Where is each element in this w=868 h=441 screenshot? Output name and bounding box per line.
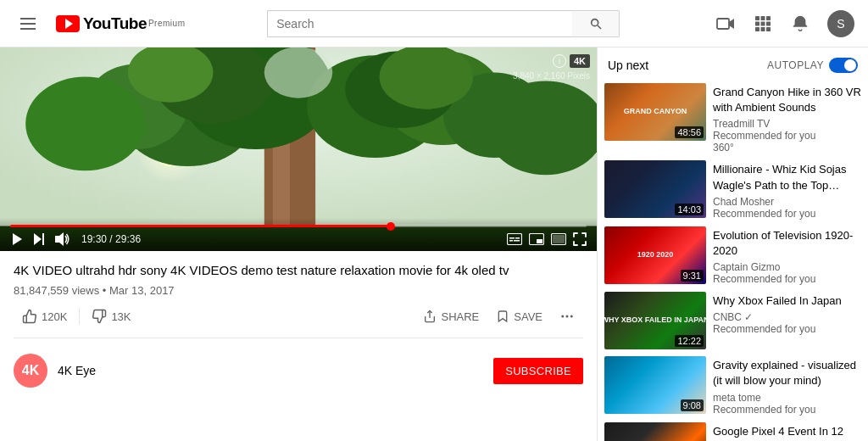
time-display: 19:30 / 29:36 xyxy=(81,233,141,245)
svg-rect-43 xyxy=(537,239,542,243)
sidebar: Up next AUTOPLAY GRAND CANYON 48:56 Gran… xyxy=(597,47,868,441)
item-title: Gravity explained - visualized (it will … xyxy=(713,358,861,388)
channel-name[interactable]: 4K Eye xyxy=(58,364,96,377)
sidebar-item[interactable]: GRAND CANYON 48:56 Grand Canyon Hike in … xyxy=(598,80,868,157)
svg-marker-33 xyxy=(13,233,22,245)
svg-rect-9 xyxy=(755,27,760,31)
apps-icon[interactable] xyxy=(753,14,773,34)
main: i 4K 3,840 × 2,160 Pixels xyxy=(0,47,868,441)
search-input[interactable] xyxy=(267,10,572,37)
sidebar-item[interactable]: PIXEL 4 EVENT 12:27 Google Pixel 4 Event… xyxy=(598,419,868,442)
thumbnail-svg: PIXEL 4 EVENT xyxy=(604,422,706,442)
svg-rect-6 xyxy=(755,21,760,25)
channel-row: 4K 4K Eye SUBSCRIBE xyxy=(0,345,597,388)
video-badges: i 4K xyxy=(553,54,590,68)
like-count: 120K xyxy=(42,310,67,323)
channel-avatar[interactable]: 4K xyxy=(14,354,47,388)
upload-date: Mar 13, 2017 xyxy=(109,284,175,297)
resolution-text: 3,840 × 2,160 Pixels xyxy=(513,71,590,81)
thumbnail-wrap: 1920 2020 9:31 xyxy=(604,226,706,284)
video-title: 4K VIDEO ultrahd hdr sony 4K VIDEOS demo… xyxy=(14,261,583,279)
svg-point-48 xyxy=(566,315,569,318)
item-info: Gravity explained - visualized (it will … xyxy=(713,356,861,415)
video-duration: 14:03 xyxy=(675,204,704,215)
item-meta: Recommended for you xyxy=(713,404,861,416)
svg-rect-3 xyxy=(755,16,760,20)
svg-line-1 xyxy=(598,25,601,29)
avatar[interactable]: S xyxy=(827,10,854,37)
logo-text: YouTube xyxy=(83,14,147,33)
svg-marker-36 xyxy=(55,232,64,246)
youtube-logo-icon xyxy=(56,15,80,32)
thumbnail-wrap: 14:03 xyxy=(604,160,706,218)
theater-button[interactable] xyxy=(551,233,566,245)
search-icon xyxy=(589,17,603,31)
info-icon[interactable]: i xyxy=(553,54,566,68)
4k-badge: 4K xyxy=(570,54,590,68)
mute-button[interactable] xyxy=(54,232,70,246)
save-button[interactable]: SAVE xyxy=(487,306,551,327)
progress-bar[interactable] xyxy=(10,225,587,227)
camera-icon[interactable] xyxy=(715,14,736,34)
up-next-label: Up next xyxy=(608,59,648,72)
menu-button[interactable] xyxy=(14,11,42,36)
subscribe-button[interactable]: SUBSCRIBE xyxy=(493,358,583,384)
sidebar-item[interactable]: WHY XBOX FAILED IN JAPAN 12:22 Why Xbox … xyxy=(598,288,868,353)
subtitles-button[interactable] xyxy=(507,233,522,245)
search-button[interactable] xyxy=(572,10,620,37)
item-meta: Recommended for you xyxy=(713,273,861,285)
item-channel: meta tome xyxy=(713,392,861,404)
video-meta: 81,847,559 views • Mar 13, 2017 xyxy=(14,284,583,297)
svg-rect-10 xyxy=(761,27,765,31)
video-actions: 120K 13K SHARE SAVE xyxy=(14,305,583,338)
item-info: Why Xbox Failed In Japan CNBC ✓ Recommen… xyxy=(713,292,861,349)
item-info: Google Pixel 4 Event In 12 Minutes Tech … xyxy=(713,422,861,442)
svg-rect-5 xyxy=(766,16,771,20)
header: YouTube Premium xyxy=(0,0,868,47)
sidebar-item[interactable]: 14:03 Millionaire - Whiz Kid Sojas Wagle… xyxy=(598,157,868,222)
save-label: SAVE xyxy=(514,310,542,323)
item-channel: Treadmill TV xyxy=(713,118,861,130)
progress-dot xyxy=(387,222,395,231)
svg-rect-11 xyxy=(766,27,771,31)
svg-rect-2 xyxy=(717,19,729,29)
controls-row: 19:30 / 29:36 xyxy=(10,232,587,246)
svg-rect-7 xyxy=(761,21,765,25)
sidebar-item[interactable]: 1920 2020 9:31 Evolution of Television 1… xyxy=(598,223,868,288)
svg-point-49 xyxy=(570,315,573,318)
thumbnail-wrap: WHY XBOX FAILED IN JAPAN 12:22 xyxy=(604,292,706,349)
notifications-icon[interactable] xyxy=(790,14,810,34)
svg-rect-4 xyxy=(761,16,765,20)
header-right: S xyxy=(715,10,854,37)
header-left: YouTube Premium xyxy=(14,11,185,36)
svg-point-31 xyxy=(264,47,332,98)
svg-rect-41 xyxy=(514,240,520,242)
like-divider xyxy=(79,308,80,325)
sidebar-item[interactable]: 9:08 Gravity explained - visualized (it … xyxy=(598,353,868,418)
svg-rect-39 xyxy=(515,237,520,239)
video-duration: 9:08 xyxy=(681,399,704,411)
miniplayer-button[interactable] xyxy=(529,233,544,245)
item-title: Evolution of Television 1920-2020 xyxy=(713,228,861,259)
svg-marker-34 xyxy=(34,233,42,245)
item-title: Google Pixel 4 Event In 12 Minutes xyxy=(713,424,861,442)
view-count: 81,847,559 views xyxy=(14,284,99,297)
item-channel: Captain Gizmo xyxy=(713,261,861,273)
autoplay-label: AUTOPLAY xyxy=(767,59,824,71)
autoplay-toggle[interactable] xyxy=(829,58,858,73)
dislike-button[interactable]: 13K xyxy=(83,305,139,327)
like-button[interactable]: 120K xyxy=(14,305,75,327)
svg-rect-37 xyxy=(508,234,522,245)
next-button[interactable] xyxy=(32,232,46,246)
more-button[interactable] xyxy=(551,305,583,327)
fullscreen-button[interactable] xyxy=(573,232,587,246)
thumbnail-wrap: 9:08 xyxy=(604,356,706,414)
svg-rect-8 xyxy=(766,21,771,25)
sidebar-list: GRAND CANYON 48:56 Grand Canyon Hike in … xyxy=(598,80,868,441)
dislike-count: 13K xyxy=(111,310,131,323)
logo[interactable]: YouTube Premium xyxy=(56,14,185,33)
share-button[interactable]: SHARE xyxy=(415,306,487,327)
play-button[interactable] xyxy=(10,232,24,246)
video-duration: 12:22 xyxy=(675,335,704,347)
video-player[interactable]: i 4K 3,840 × 2,160 Pixels xyxy=(0,47,597,251)
